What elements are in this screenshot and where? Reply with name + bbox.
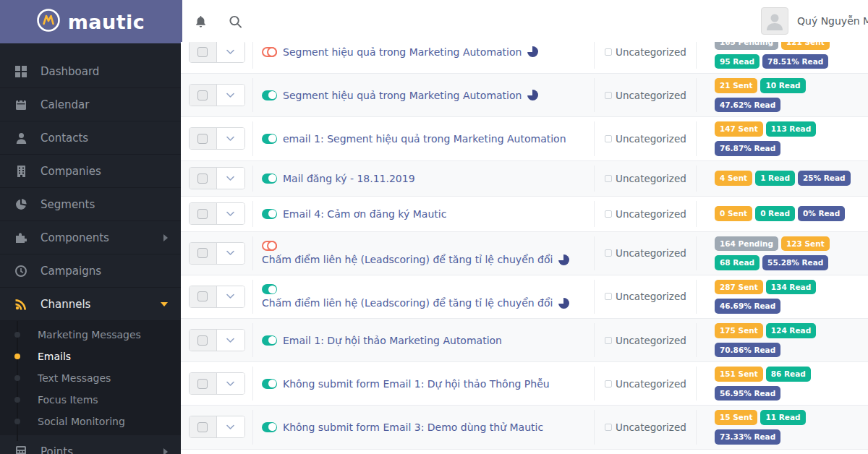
sidebar-item-social-monitoring[interactable]: Social Monitoring: [0, 411, 181, 432]
sidebar-item-campaigns[interactable]: Campaigns: [0, 254, 181, 288]
sidebar-item-emails[interactable]: Emails: [0, 346, 181, 367]
row-checkbox[interactable]: [197, 335, 208, 346]
row-checkbox-button[interactable]: [190, 286, 217, 307]
category-label: Uncategorized: [616, 90, 686, 101]
category-label: Uncategorized: [616, 378, 686, 390]
published-toggle-icon[interactable]: [262, 379, 277, 389]
email-title-link[interactable]: Không submit form Email 3: Demo dùng thử…: [283, 421, 543, 433]
email-title-link[interactable]: Không submit form Email 1: Dự hội thảo T…: [283, 378, 550, 390]
sidebar-item-contacts[interactable]: Contacts: [0, 121, 181, 155]
sidebar-item-text-messages[interactable]: Text Messages: [0, 367, 181, 389]
row-checkbox[interactable]: [197, 174, 208, 184]
row-dropdown-button[interactable]: [217, 286, 244, 307]
pct-count-badge: 78.51% Read: [762, 54, 828, 69]
bullet-icon: [14, 419, 20, 424]
email-title-link[interactable]: Chấm điểm liên hệ (Leadscoring) để tăng …: [262, 254, 553, 265]
sidebar-item-marketing-messages[interactable]: Marketing Messages: [0, 324, 181, 346]
chevron-down-icon: [227, 176, 234, 180]
brand-header[interactable]: mautic: [0, 0, 181, 43]
published-toggle-icon[interactable]: [262, 90, 277, 100]
row-checkbox[interactable]: [197, 209, 208, 219]
email-title-link[interactable]: Segment hiệu quả trong Marketing Automat…: [283, 46, 522, 58]
chevron-down-icon: [227, 252, 234, 255]
sidebar-item-focus-items[interactable]: Focus Items: [0, 389, 181, 411]
row-checkbox[interactable]: [197, 291, 208, 301]
sidebar-item-dashboard[interactable]: Dashboard: [0, 55, 181, 88]
row-dropdown-button[interactable]: [217, 203, 244, 224]
sidebar-item-components[interactable]: Components: [0, 221, 181, 254]
row-checkbox-button[interactable]: [190, 168, 217, 189]
chevron-down-icon: [161, 302, 168, 307]
row-action-button-group: [189, 84, 245, 106]
bullet-icon: [14, 354, 20, 359]
row-checkbox[interactable]: [197, 248, 208, 258]
row-dropdown-button[interactable]: [217, 168, 244, 189]
channels-submenu: Marketing Messages Emails Text Messages …: [0, 321, 181, 435]
category-cell: Uncategorized: [595, 323, 697, 357]
pct-count-badge: 25% Read: [798, 171, 851, 186]
table-row: Không submit form Email 1: Dự hội thảo T…: [181, 362, 868, 406]
email-title-link[interactable]: Mail đăng ký - 18.11.2019: [283, 173, 415, 184]
email-title-link[interactable]: email 1: Segment hiệu quả trong Marketin…: [283, 133, 566, 145]
sidebar-item-calendar[interactable]: Calendar: [0, 88, 181, 121]
row-select-cell: [181, 166, 253, 192]
row-checkbox[interactable]: [197, 422, 208, 432]
unpublished-toggle-icon[interactable]: [262, 47, 277, 57]
row-checkbox[interactable]: [197, 379, 208, 389]
row-checkbox-button[interactable]: [190, 373, 217, 394]
unpublished-toggle-icon[interactable]: [262, 241, 277, 251]
email-name-cell: email 1: Segment hiệu quả trong Marketin…: [253, 121, 595, 155]
user-menu[interactable]: Quý Nguyễn Mau: [761, 7, 868, 35]
pct-count-badge: 73.33% Read: [715, 429, 780, 445]
published-toggle-icon[interactable]: [262, 422, 277, 432]
pending-count-badge: 165 Pending: [715, 42, 778, 50]
category-cell: Uncategorized: [595, 121, 697, 155]
sidebar-item-points[interactable]: Points: [0, 435, 181, 454]
mautic-m-logo-icon: [36, 8, 61, 35]
stats-cell: 175 Sent124 Read70.86% Read: [697, 323, 868, 357]
row-dropdown-button[interactable]: [217, 128, 244, 149]
row-dropdown-button[interactable]: [217, 416, 244, 437]
row-dropdown-button[interactable]: [217, 373, 244, 394]
published-toggle-icon[interactable]: [262, 284, 277, 294]
calendar-icon: [13, 99, 29, 111]
row-checkbox-button[interactable]: [190, 243, 217, 264]
published-toggle-icon[interactable]: [262, 134, 277, 144]
sidebar-item-channels[interactable]: Channels: [0, 288, 181, 321]
sidebar-item-companies[interactable]: Companies: [0, 155, 181, 188]
building-icon: [13, 166, 29, 177]
row-dropdown-button[interactable]: [217, 85, 244, 106]
read-count-badge: 95 Read: [715, 54, 760, 69]
search-icon[interactable]: [229, 14, 242, 32]
published-toggle-icon[interactable]: [262, 335, 277, 346]
row-checkbox-button[interactable]: [190, 416, 217, 437]
pct-count-badge: 70.86% Read: [715, 343, 780, 358]
published-toggle-icon[interactable]: [262, 209, 277, 219]
row-checkbox-button[interactable]: [190, 85, 217, 106]
bell-icon[interactable]: [194, 14, 208, 32]
row-checkbox-button[interactable]: [190, 203, 217, 224]
published-toggle-icon[interactable]: [262, 174, 277, 184]
sidebar-item-segments[interactable]: Segments: [0, 188, 181, 221]
sent-count-badge: 123 Sent: [781, 236, 830, 252]
email-title-link[interactable]: Chấm điểm liên hệ (Leadscoring) để tăng …: [262, 297, 553, 309]
row-checkbox[interactable]: [197, 90, 208, 100]
email-title-link[interactable]: Email 4: Cảm ơn đăng ký Mautic: [283, 208, 446, 220]
row-checkbox-button[interactable]: [190, 330, 217, 351]
stats-cell: 287 Sent134 Read46.69% Read: [697, 280, 868, 314]
category-label: Uncategorized: [616, 133, 686, 145]
row-checkbox-button[interactable]: [190, 128, 217, 149]
email-title-link[interactable]: Segment hiệu quả trong Marketing Automat…: [283, 90, 522, 101]
row-checkbox[interactable]: [197, 134, 208, 144]
row-dropdown-button[interactable]: [217, 42, 244, 62]
stats-cell: 0 Sent0 Read0% Read: [697, 206, 868, 221]
email-title-link[interactable]: Email 1: Dự hội thảo Marketing Automatio…: [283, 335, 502, 346]
topbar: Quý Nguyễn Mau: [181, 0, 868, 42]
row-dropdown-button[interactable]: [217, 330, 244, 351]
row-checkbox-button[interactable]: [190, 42, 217, 62]
pct-count-badge: 56.95% Read: [715, 386, 780, 401]
row-checkbox[interactable]: [197, 47, 208, 57]
row-dropdown-button[interactable]: [217, 243, 244, 264]
sent-count-badge: 0 Sent: [715, 206, 752, 221]
category-cell: Uncategorized: [595, 201, 697, 227]
